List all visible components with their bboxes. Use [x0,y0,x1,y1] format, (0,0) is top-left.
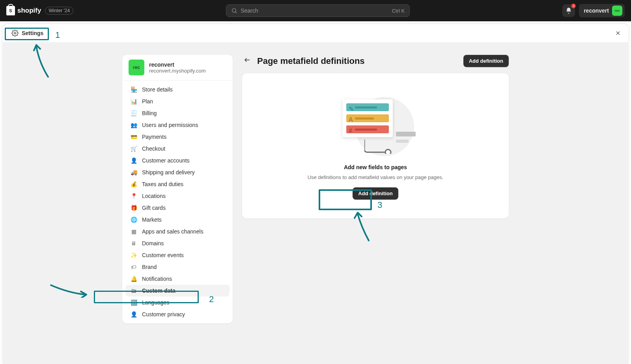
store-card[interactable]: rec reconvert reconvert.myshopify.com [122,55,233,80]
empty-illustration: ✎ A # [340,92,411,155]
nav-item-brand[interactable]: 🏷Brand [125,261,230,273]
nav-item-locations[interactable]: 📍Locations [125,190,230,202]
nav-label: Customer privacy [142,311,185,317]
nav-label: Taxes and duties [142,181,183,187]
nav-label: Plan [142,98,153,105]
topbar-right: 3 reconvert rec [562,4,625,17]
empty-state-card: ✎ A # Add new fields to pages Use defini… [242,73,509,218]
svg-point-0 [232,9,236,12]
shopify-logo[interactable]: S shopify [6,6,41,15]
add-definition-button-center[interactable]: Add definition [353,187,398,200]
topbar-left: S shopify Winter '24 [6,6,73,15]
users-icon: 👥 [130,121,137,129]
settings-modal: Settings rec reconvert reconvert.myshopi… [3,24,628,364]
close-button[interactable] [612,28,624,39]
user-menu[interactable]: reconvert rec [579,4,625,17]
nav-item-customer-privacy[interactable]: 👤Customer privacy [125,308,230,320]
nav-label: Billing [142,110,157,116]
search-icon [231,7,237,14]
nav-label: Checkout [142,146,165,152]
shipping-icon: 🚚 [130,169,137,176]
nav-item-users[interactable]: 👥Users and permissions [125,119,230,131]
close-icon [615,30,621,36]
nav-label: Apps and sales channels [142,228,203,235]
shopify-bag-icon: S [6,6,15,15]
customer-accounts-icon: 👤 [130,157,137,164]
payments-icon: 💳 [130,133,137,140]
arrow-left-icon [244,56,251,63]
billing-icon: 🧾 [130,110,137,117]
nav-label: Store details [142,86,173,93]
topbar: S shopify Winter '24 Search Ctrl K 3 rec… [0,0,631,21]
nav-item-customer-events[interactable]: ✨Customer events [125,249,230,261]
nav-item-customer-accounts[interactable]: 👤Customer accounts [125,155,230,166]
nav-label: Shipping and delivery [142,169,195,175]
edition-badge[interactable]: Winter '24 [45,7,73,15]
nav-label: Payments [142,134,166,140]
nav-item-taxes[interactable]: 💰Taxes and duties [125,178,230,190]
domains-icon: 🖥 [130,240,137,247]
nav-label: Locations [142,193,166,199]
checkout-icon: 🛒 [130,145,137,152]
languages-icon: 🔤 [130,299,137,306]
nav-item-shipping[interactable]: 🚚Shipping and delivery [125,166,230,178]
taxes-icon: 💰 [130,181,137,188]
store-icon: 🏪 [130,86,137,93]
main-content: Page metafield definitions Add definitio… [242,55,509,323]
empty-title: Add new fields to pages [344,164,407,170]
user-name: reconvert [584,7,609,14]
store-name: reconvert [149,62,206,68]
modal-header: Settings [3,24,628,42]
notifications-button[interactable]: 3 [562,4,575,17]
apps-icon: ▦ [130,228,137,235]
nav-item-checkout[interactable]: 🛒Checkout [125,143,230,155]
nav-label: Markets [142,217,162,223]
nav-item-gift-cards[interactable]: 🎁Gift cards [125,202,230,214]
settings-breadcrumb[interactable]: Settings [7,28,47,38]
search-placeholder: Search [241,7,258,14]
nav-item-plan[interactable]: 📊Plan [125,95,230,107]
settings-nav: 🏪Store details 📊Plan 🧾Billing 👥Users and… [122,80,233,323]
bell-icon [565,7,572,14]
locations-icon: 📍 [130,192,137,200]
settings-sidebar: rec reconvert reconvert.myshopify.com 🏪S… [122,55,233,323]
svg-line-1 [235,12,237,13]
custom-data-icon: 🗂 [130,287,137,294]
nav-item-notifications[interactable]: 🔔Notifications [125,273,230,285]
store-avatar: rec [129,60,144,75]
nav-item-markets[interactable]: 🌐Markets [125,214,230,226]
nav-item-payments[interactable]: 💳Payments [125,131,230,143]
nav-item-custom-data[interactable]: 🗂Custom data [125,285,230,297]
nav-item-domains[interactable]: 🖥Domains [125,237,230,249]
svg-point-6 [385,149,391,154]
privacy-icon: 👤 [130,311,137,318]
brand-icon: 🏷 [130,263,137,271]
back-button[interactable] [242,55,252,67]
nav-item-languages[interactable]: 🔤Languages [125,297,230,308]
nav-item-apps[interactable]: ▦Apps and sales channels [125,226,230,237]
nav-item-billing[interactable]: 🧾Billing [125,107,230,119]
add-definition-button-top[interactable]: Add definition [463,55,509,67]
nav-item-store-details[interactable]: 🏪Store details [125,84,230,95]
main-header: Page metafield definitions Add definitio… [242,55,509,67]
store-url: reconvert.myshopify.com [149,68,206,74]
brand-text: shopify [17,7,41,15]
notification-badge: 3 [571,4,576,8]
search-shortcut: Ctrl K [392,8,405,14]
svg-point-2 [14,32,16,34]
nav-label: Custom data [142,287,175,294]
gift-cards-icon: 🎁 [130,204,137,211]
crumb-label: Settings [22,30,43,36]
nav-label: Domains [142,240,164,246]
search-input[interactable]: Search Ctrl K [226,4,410,17]
notifications-nav-icon: 🔔 [130,275,137,282]
nav-label: Customer accounts [142,157,190,164]
page-title: Page metafield definitions [257,56,365,66]
nav-label: Customer events [142,252,184,258]
modal-body: rec reconvert reconvert.myshopify.com 🏪S… [3,42,628,364]
gear-icon [11,30,19,37]
nav-label: Users and permissions [142,122,198,128]
empty-description: Use definitions to add metafield values … [308,174,444,180]
nav-label: Languages [142,299,169,306]
plan-icon: 📊 [130,98,137,105]
